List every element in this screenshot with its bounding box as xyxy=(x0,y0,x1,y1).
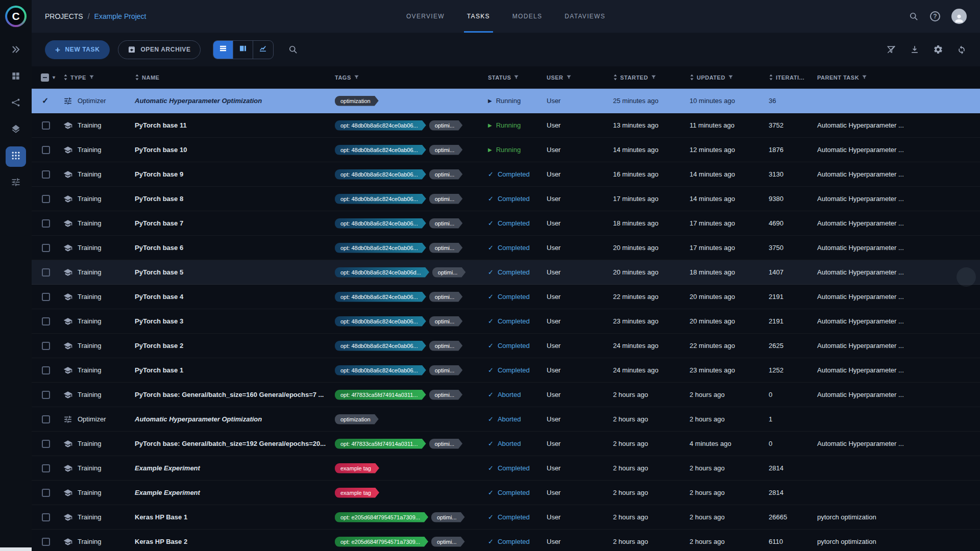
task-row[interactable]: TrainingPyTorch base 5opt: 48db0b8a6c824… xyxy=(32,260,980,285)
filter-icon[interactable] xyxy=(513,74,519,80)
task-row[interactable]: TrainingPyTorch base 1opt: 48db0b8a6c824… xyxy=(32,358,980,383)
sidebar-item-projects[interactable] xyxy=(6,40,26,61)
column-header-status[interactable]: STATUS xyxy=(485,74,544,81)
task-type: Training xyxy=(78,513,101,521)
tab-models[interactable]: MODELS xyxy=(501,0,553,33)
clear-filters-icon[interactable] xyxy=(886,44,896,55)
select-dropdown-caret[interactable]: ▾ xyxy=(53,74,56,80)
breadcrumb-current[interactable]: Example Project xyxy=(94,12,146,20)
search-icon[interactable] xyxy=(909,11,919,21)
sort-icon[interactable] xyxy=(769,74,773,81)
row-checkbox[interactable] xyxy=(42,317,50,325)
column-header-tags[interactable]: TAGS xyxy=(332,74,485,81)
task-status-cell: ✓Completed xyxy=(485,489,544,496)
tab-overview[interactable]: OVERVIEW xyxy=(395,0,456,33)
help-icon[interactable]: ? xyxy=(930,11,940,21)
select-all-checkbox[interactable] xyxy=(41,73,49,82)
task-row[interactable]: TrainingPyTorch base 7opt: 48db0b8a6c824… xyxy=(32,211,980,236)
task-tags-cell: example tag xyxy=(332,463,485,473)
column-header-parent-task[interactable]: PARENT TASK xyxy=(814,74,980,81)
row-checkbox[interactable] xyxy=(42,366,50,374)
breadcrumb-root[interactable]: PROJECTS xyxy=(45,12,83,20)
row-checkbox[interactable] xyxy=(42,268,50,277)
task-started: 2 hours ago xyxy=(613,464,648,472)
split-view-button[interactable] xyxy=(233,41,253,59)
filter-icon[interactable] xyxy=(89,74,94,80)
account-icon[interactable] xyxy=(951,9,967,24)
row-checkbox[interactable] xyxy=(42,440,50,448)
filter-icon[interactable] xyxy=(728,74,733,80)
filter-icon[interactable] xyxy=(862,74,867,80)
column-header-type[interactable]: TYPE xyxy=(60,74,132,81)
task-updated-cell: 14 minutes ago xyxy=(687,170,766,178)
row-checkbox[interactable] xyxy=(42,391,50,399)
filter-icon[interactable] xyxy=(566,74,572,80)
task-row[interactable]: TrainingExample Experimentexample tag✓Co… xyxy=(32,456,980,481)
filter-icon[interactable] xyxy=(354,74,359,80)
sidebar-item-reports[interactable] xyxy=(6,120,26,140)
sidebar-item-applications[interactable] xyxy=(6,146,26,167)
column-header-updated[interactable]: UPDATED xyxy=(687,74,766,81)
filter-icon[interactable] xyxy=(651,74,656,80)
task-row[interactable]: TrainingPyTorch base: General/batch_size… xyxy=(32,383,980,407)
task-row[interactable]: TrainingPyTorch base 2opt: 48db0b8a6c824… xyxy=(32,334,980,358)
task-row[interactable]: TrainingKeras HP Base 1opt: e205d684f795… xyxy=(32,505,980,530)
row-checkbox-checked[interactable]: ✓ xyxy=(42,96,48,106)
task-row[interactable]: TrainingPyTorch base 6opt: 48db0b8a6c824… xyxy=(32,236,980,260)
task-row[interactable]: TrainingPyTorch base: General/batch_size… xyxy=(32,432,980,456)
row-checkbox[interactable] xyxy=(42,342,50,350)
tab-dataviews[interactable]: DATAVIEWS xyxy=(553,0,617,33)
app-logo[interactable]: C xyxy=(5,6,27,27)
column-header-iterati-[interactable]: ITERATI... xyxy=(766,74,814,81)
row-checkbox[interactable] xyxy=(42,293,50,301)
sort-icon[interactable] xyxy=(63,74,68,81)
tag: opt: 48db0b8a6c824ce0ab06... xyxy=(335,145,426,155)
task-updated-cell: 22 minutes ago xyxy=(687,342,766,349)
scroll-indicator[interactable] xyxy=(957,267,976,287)
column-header-started[interactable]: STARTED xyxy=(610,74,687,81)
tag: optimi... xyxy=(429,292,463,302)
row-checkbox[interactable] xyxy=(42,464,50,472)
table-view-button[interactable] xyxy=(213,41,233,59)
task-iterations: 3130 xyxy=(769,170,783,178)
row-checkbox[interactable] xyxy=(42,121,50,130)
task-row[interactable]: TrainingExample Experimentexample tag✓Co… xyxy=(32,481,980,505)
task-row[interactable]: TrainingPyTorch base 10opt: 48db0b8a6c82… xyxy=(32,138,980,162)
task-row[interactable]: TrainingPyTorch base 3opt: 48db0b8a6c824… xyxy=(32,309,980,334)
tab-tasks[interactable]: TASKS xyxy=(456,0,501,33)
task-name-cell: Example Experiment xyxy=(132,489,332,496)
row-checkbox[interactable] xyxy=(42,244,50,252)
open-archive-button[interactable]: OPEN ARCHIVE xyxy=(118,40,200,59)
sidebar-item-orchestration[interactable] xyxy=(6,173,26,193)
task-row[interactable]: OptimizerAutomatic Hyperparameter Optimi… xyxy=(32,407,980,432)
settings-icon[interactable] xyxy=(933,44,943,55)
task-type-cell: Optimizer xyxy=(60,415,132,424)
sidebar-item-datasets[interactable] xyxy=(6,67,26,87)
row-checkbox[interactable] xyxy=(42,219,50,228)
select-all-header[interactable]: ▾ xyxy=(32,73,60,82)
sidebar-item-pipelines[interactable] xyxy=(6,93,26,114)
sort-icon[interactable] xyxy=(135,74,139,81)
sort-icon[interactable] xyxy=(613,74,618,81)
search-icon[interactable] xyxy=(288,44,298,55)
sort-icon[interactable] xyxy=(690,74,694,81)
new-task-button[interactable]: + NEW TASK xyxy=(45,40,110,59)
task-row[interactable]: TrainingPyTorch base 4opt: 48db0b8a6c824… xyxy=(32,285,980,309)
row-checkbox[interactable] xyxy=(42,489,50,497)
column-header-user[interactable]: USER xyxy=(544,74,610,81)
row-checkbox[interactable] xyxy=(42,170,50,179)
row-checkbox[interactable] xyxy=(42,146,50,154)
chart-view-button[interactable] xyxy=(253,41,273,59)
task-row[interactable]: TrainingPyTorch base 8opt: 48db0b8a6c824… xyxy=(32,187,980,211)
column-header-name[interactable]: NAME xyxy=(132,74,332,81)
task-row[interactable]: TrainingPyTorch base 9opt: 48db0b8a6c824… xyxy=(32,162,980,187)
auto-refresh-icon[interactable] xyxy=(957,44,967,55)
task-row[interactable]: TrainingKeras HP Base 2opt: e205d684f795… xyxy=(32,530,980,551)
download-icon[interactable] xyxy=(910,44,920,55)
row-checkbox[interactable] xyxy=(42,415,50,423)
row-checkbox[interactable] xyxy=(42,195,50,203)
row-checkbox[interactable] xyxy=(42,538,50,546)
row-checkbox[interactable] xyxy=(42,513,50,521)
task-row[interactable]: ✓OptimizerAutomatic Hyperparameter Optim… xyxy=(32,89,980,113)
task-row[interactable]: TrainingPyTorch base 11opt: 48db0b8a6c82… xyxy=(32,113,980,138)
